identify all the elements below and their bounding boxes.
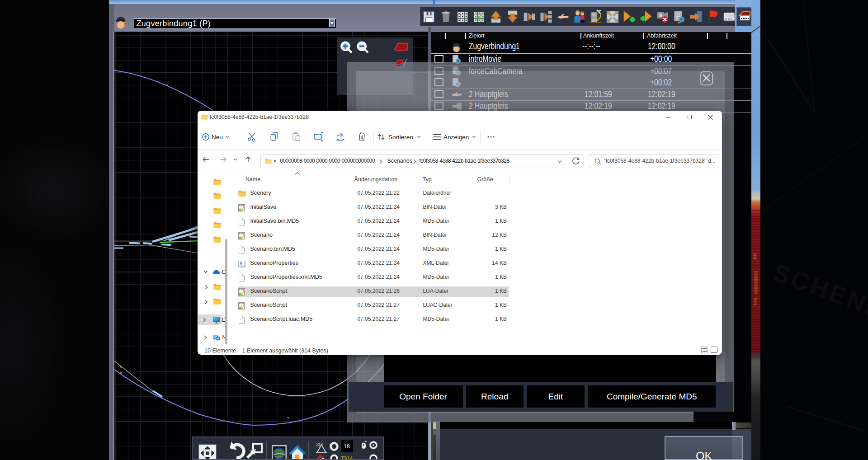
- svg-text:TS14: TS14: [341, 455, 353, 459]
- svg-text:SCHENKER: SCHENKER: [769, 258, 868, 338]
- svg-text:18: 18: [344, 443, 350, 450]
- svg-text:Neu: Neu: [212, 134, 223, 141]
- svg-text:Sortieren: Sortieren: [388, 134, 413, 141]
- svg-text:Anzeigen: Anzeigen: [443, 134, 469, 141]
